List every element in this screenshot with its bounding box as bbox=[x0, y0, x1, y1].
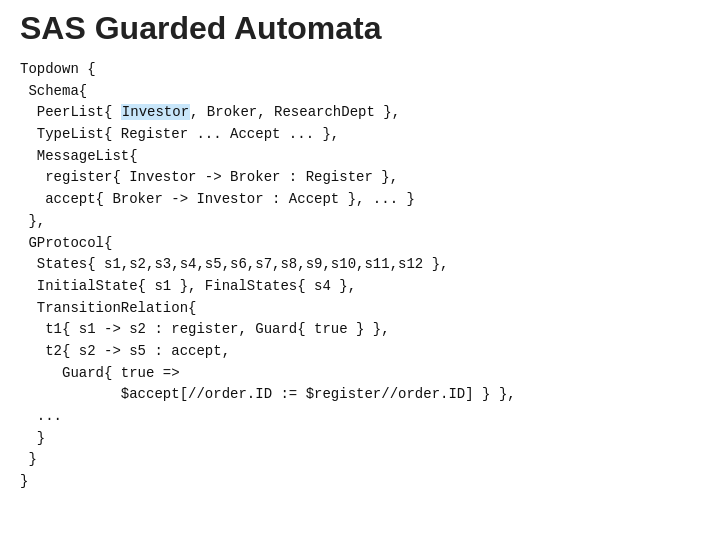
code-line-16: $accept[//order.ID := $register//order.I… bbox=[20, 386, 516, 402]
code-line-10: States{ s1,s2,s3,s4,s5,s6,s7,s8,s9,s10,s… bbox=[20, 256, 448, 272]
code-line-2: Schema{ bbox=[20, 83, 87, 99]
code-block: Topdown { Schema{ PeerList{ Investor, Br… bbox=[20, 59, 700, 493]
code-line-8: }, bbox=[20, 213, 45, 229]
code-line-1: Topdown { bbox=[20, 61, 96, 77]
code-line-15: Guard{ true => bbox=[20, 365, 180, 381]
code-line-9: GProtocol{ bbox=[20, 235, 112, 251]
page-container: SAS Guarded Automata Topdown { Schema{ P… bbox=[0, 0, 720, 540]
code-line-20: } bbox=[20, 473, 28, 489]
code-line-17: ... bbox=[20, 408, 62, 424]
highlight-investor: Investor bbox=[121, 104, 190, 120]
code-line-7: accept{ Broker -> Investor : Accept }, .… bbox=[20, 191, 415, 207]
code-line-3: PeerList{ Investor, Broker, ResearchDept… bbox=[20, 104, 400, 120]
code-line-6: register{ Investor -> Broker : Register … bbox=[20, 169, 398, 185]
code-line-12: TransitionRelation{ bbox=[20, 300, 196, 316]
code-line-18: } bbox=[20, 430, 45, 446]
code-line-11: InitialState{ s1 }, FinalStates{ s4 }, bbox=[20, 278, 356, 294]
code-line-5: MessageList{ bbox=[20, 148, 138, 164]
code-line-4: TypeList{ Register ... Accept ... }, bbox=[20, 126, 339, 142]
code-line-14: t2{ s2 -> s5 : accept, bbox=[20, 343, 230, 359]
code-line-19: } bbox=[20, 451, 37, 467]
page-title: SAS Guarded Automata bbox=[20, 10, 700, 47]
code-line-13: t1{ s1 -> s2 : register, Guard{ true } }… bbox=[20, 321, 390, 337]
